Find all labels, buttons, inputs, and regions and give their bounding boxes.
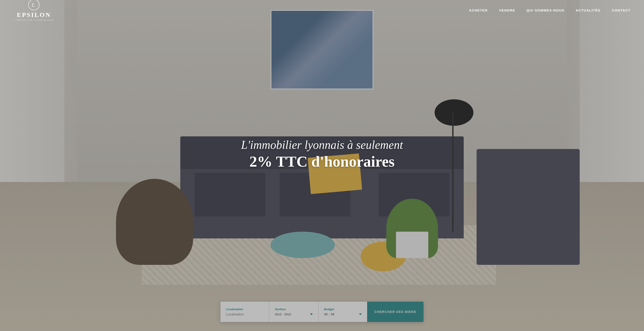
logo-text: EPSILON	[17, 11, 51, 19]
nav-qui-sommes-nous[interactable]: QUI SOMMES-NOUS	[526, 8, 564, 12]
logo-subtitle: L'immobilier à honoraires	[14, 19, 54, 21]
nav-links: ACHETER VENDRE QUI SOMMES-NOUS ACTUALITÉ…	[469, 8, 630, 12]
hero-content: L'immobilier lyonnais à seulement 2% TTC…	[0, 0, 644, 331]
nav-vendre[interactable]: VENDRE	[499, 8, 515, 12]
nav-acheter[interactable]: ACHETER	[469, 8, 488, 12]
hero-headline-line2: 2% TTC d'honoraires	[241, 153, 403, 170]
svg-text:Σ: Σ	[32, 2, 34, 8]
hero-headline-line1: L'immobilier lyonnais à seulement	[241, 138, 403, 152]
nav-contact[interactable]: CONTACT	[612, 8, 630, 12]
navbar: Σ EPSILON L'immobilier à honoraires ACHE…	[0, 0, 644, 20]
hero-headline: L'immobilier lyonnais à seulement 2% TTC…	[241, 138, 403, 170]
hero-section: Σ EPSILON L'immobilier à honoraires ACHE…	[0, 0, 644, 331]
logo[interactable]: Σ EPSILON L'immobilier à honoraires	[14, 0, 54, 21]
logo-icon: Σ	[28, 0, 40, 11]
nav-actualites[interactable]: ACTUALITÉS	[576, 8, 600, 12]
